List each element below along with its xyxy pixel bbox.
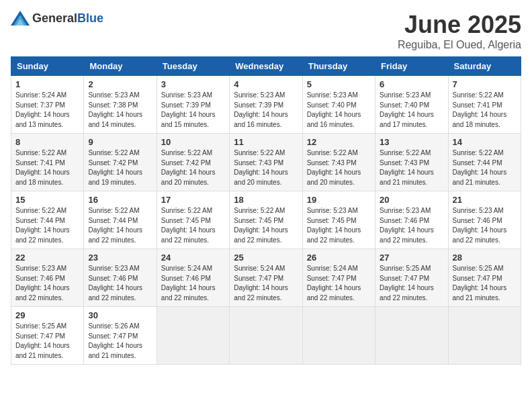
day-number: 30 <box>88 310 152 320</box>
day-info: Sunrise: 5:23 AM Sunset: 7:46 PM Dayligh… <box>380 206 443 245</box>
day-number: 7 <box>453 79 517 89</box>
week-row-4: 22Sunrise: 5:23 AM Sunset: 7:46 PM Dayli… <box>11 249 521 307</box>
title-area: June 2025 Reguiba, El Oued, Algeria <box>398 11 521 51</box>
calendar-cell: 4Sunrise: 5:23 AM Sunset: 7:39 PM Daylig… <box>230 76 302 134</box>
calendar-cell <box>375 307 448 365</box>
day-info: Sunrise: 5:22 AM Sunset: 7:44 PM Dayligh… <box>88 206 152 245</box>
day-info: Sunrise: 5:22 AM Sunset: 7:44 PM Dayligh… <box>453 148 517 187</box>
day-number: 15 <box>15 195 79 205</box>
calendar-cell: 6Sunrise: 5:23 AM Sunset: 7:40 PM Daylig… <box>375 76 448 134</box>
day-number: 18 <box>234 195 298 205</box>
day-info: Sunrise: 5:25 AM Sunset: 7:47 PM Dayligh… <box>453 264 517 303</box>
calendar-cell: 20Sunrise: 5:23 AM Sunset: 7:46 PM Dayli… <box>375 191 448 249</box>
day-number: 24 <box>161 253 225 263</box>
calendar-cell: 19Sunrise: 5:23 AM Sunset: 7:45 PM Dayli… <box>302 191 375 249</box>
day-info: Sunrise: 5:24 AM Sunset: 7:47 PM Dayligh… <box>307 264 371 303</box>
day-info: Sunrise: 5:22 AM Sunset: 7:41 PM Dayligh… <box>453 91 517 130</box>
logo-blue: Blue <box>77 11 103 25</box>
calendar-cell: 24Sunrise: 5:24 AM Sunset: 7:46 PM Dayli… <box>157 249 229 307</box>
col-thursday: Thursday <box>302 57 375 76</box>
calendar-cell <box>302 307 375 365</box>
logo: GeneralBlue <box>11 11 103 26</box>
week-row-2: 8Sunrise: 5:22 AM Sunset: 7:41 PM Daylig… <box>11 134 521 191</box>
week-row-1: 1Sunrise: 5:24 AM Sunset: 7:37 PM Daylig… <box>11 76 521 134</box>
calendar-cell: 23Sunrise: 5:23 AM Sunset: 7:46 PM Dayli… <box>84 249 157 307</box>
day-info: Sunrise: 5:26 AM Sunset: 7:47 PM Dayligh… <box>88 322 152 361</box>
calendar-cell: 14Sunrise: 5:22 AM Sunset: 7:44 PM Dayli… <box>448 134 521 191</box>
day-number: 20 <box>380 195 443 205</box>
day-number: 27 <box>380 253 443 263</box>
day-info: Sunrise: 5:23 AM Sunset: 7:46 PM Dayligh… <box>15 264 79 303</box>
day-number: 29 <box>15 310 79 320</box>
day-number: 19 <box>307 195 371 205</box>
day-info: Sunrise: 5:22 AM Sunset: 7:42 PM Dayligh… <box>88 148 152 187</box>
day-number: 11 <box>234 137 298 147</box>
calendar-cell: 17Sunrise: 5:22 AM Sunset: 7:45 PM Dayli… <box>157 191 229 249</box>
col-tuesday: Tuesday <box>157 57 229 76</box>
day-number: 2 <box>88 79 152 89</box>
day-info: Sunrise: 5:22 AM Sunset: 7:45 PM Dayligh… <box>161 206 225 245</box>
day-number: 12 <box>307 137 371 147</box>
calendar-cell: 11Sunrise: 5:22 AM Sunset: 7:43 PM Dayli… <box>230 134 302 191</box>
day-info: Sunrise: 5:22 AM Sunset: 7:43 PM Dayligh… <box>380 148 443 187</box>
calendar-cell <box>157 307 229 365</box>
day-number: 6 <box>380 79 443 89</box>
calendar-cell: 16Sunrise: 5:22 AM Sunset: 7:44 PM Dayli… <box>84 191 157 249</box>
day-info: Sunrise: 5:22 AM Sunset: 7:41 PM Dayligh… <box>15 148 79 187</box>
col-monday: Monday <box>84 57 157 76</box>
day-number: 26 <box>307 253 371 263</box>
day-number: 21 <box>453 195 517 205</box>
calendar-cell: 28Sunrise: 5:25 AM Sunset: 7:47 PM Dayli… <box>448 249 521 307</box>
day-number: 8 <box>15 137 79 147</box>
logo-text: GeneralBlue <box>32 11 103 26</box>
day-number: 10 <box>161 137 225 147</box>
day-number: 17 <box>161 195 225 205</box>
day-info: Sunrise: 5:22 AM Sunset: 7:43 PM Dayligh… <box>307 148 371 187</box>
calendar-cell: 27Sunrise: 5:25 AM Sunset: 7:47 PM Dayli… <box>375 249 448 307</box>
day-number: 25 <box>234 253 298 263</box>
col-wednesday: Wednesday <box>230 57 302 76</box>
day-info: Sunrise: 5:23 AM Sunset: 7:46 PM Dayligh… <box>88 264 152 303</box>
day-info: Sunrise: 5:22 AM Sunset: 7:43 PM Dayligh… <box>234 148 298 187</box>
day-info: Sunrise: 5:22 AM Sunset: 7:42 PM Dayligh… <box>161 148 225 187</box>
day-number: 23 <box>88 253 152 263</box>
day-info: Sunrise: 5:23 AM Sunset: 7:45 PM Dayligh… <box>307 206 371 245</box>
calendar-cell: 26Sunrise: 5:24 AM Sunset: 7:47 PM Dayli… <box>302 249 375 307</box>
calendar-cell: 1Sunrise: 5:24 AM Sunset: 7:37 PM Daylig… <box>11 76 84 134</box>
calendar-cell: 22Sunrise: 5:23 AM Sunset: 7:46 PM Dayli… <box>11 249 84 307</box>
day-info: Sunrise: 5:22 AM Sunset: 7:44 PM Dayligh… <box>15 206 79 245</box>
day-info: Sunrise: 5:24 AM Sunset: 7:37 PM Dayligh… <box>15 91 79 130</box>
day-info: Sunrise: 5:23 AM Sunset: 7:40 PM Dayligh… <box>380 91 443 130</box>
calendar-cell: 12Sunrise: 5:22 AM Sunset: 7:43 PM Dayli… <box>302 134 375 191</box>
day-number: 3 <box>161 79 225 89</box>
calendar-cell: 7Sunrise: 5:22 AM Sunset: 7:41 PM Daylig… <box>448 76 521 134</box>
calendar-cell <box>448 307 521 365</box>
calendar-cell: 25Sunrise: 5:24 AM Sunset: 7:47 PM Dayli… <box>230 249 302 307</box>
calendar-cell: 21Sunrise: 5:23 AM Sunset: 7:46 PM Dayli… <box>448 191 521 249</box>
day-info: Sunrise: 5:24 AM Sunset: 7:47 PM Dayligh… <box>234 264 298 303</box>
week-row-5: 29Sunrise: 5:25 AM Sunset: 7:47 PM Dayli… <box>11 307 521 365</box>
calendar-cell <box>230 307 302 365</box>
header: GeneralBlue June 2025 Reguiba, El Oued, … <box>11 11 521 51</box>
calendar-cell: 13Sunrise: 5:22 AM Sunset: 7:43 PM Dayli… <box>375 134 448 191</box>
day-number: 14 <box>453 137 517 147</box>
calendar-cell: 2Sunrise: 5:23 AM Sunset: 7:38 PM Daylig… <box>84 76 157 134</box>
day-number: 9 <box>88 137 152 147</box>
day-number: 28 <box>453 253 517 263</box>
day-number: 5 <box>307 79 371 89</box>
day-info: Sunrise: 5:25 AM Sunset: 7:47 PM Dayligh… <box>15 322 79 361</box>
logo-icon <box>11 11 30 26</box>
day-number: 1 <box>15 79 79 89</box>
location-title: Reguiba, El Oued, Algeria <box>398 39 521 51</box>
calendar-cell: 8Sunrise: 5:22 AM Sunset: 7:41 PM Daylig… <box>11 134 84 191</box>
day-info: Sunrise: 5:24 AM Sunset: 7:46 PM Dayligh… <box>161 264 225 303</box>
day-info: Sunrise: 5:23 AM Sunset: 7:46 PM Dayligh… <box>453 206 517 245</box>
week-row-3: 15Sunrise: 5:22 AM Sunset: 7:44 PM Dayli… <box>11 191 521 249</box>
calendar-cell: 10Sunrise: 5:22 AM Sunset: 7:42 PM Dayli… <box>157 134 229 191</box>
col-friday: Friday <box>375 57 448 76</box>
calendar-table: Sunday Monday Tuesday Wednesday Thursday… <box>11 56 521 365</box>
calendar-cell: 18Sunrise: 5:22 AM Sunset: 7:45 PM Dayli… <box>230 191 302 249</box>
day-number: 16 <box>88 195 152 205</box>
col-sunday: Sunday <box>11 57 84 76</box>
day-number: 13 <box>380 137 443 147</box>
